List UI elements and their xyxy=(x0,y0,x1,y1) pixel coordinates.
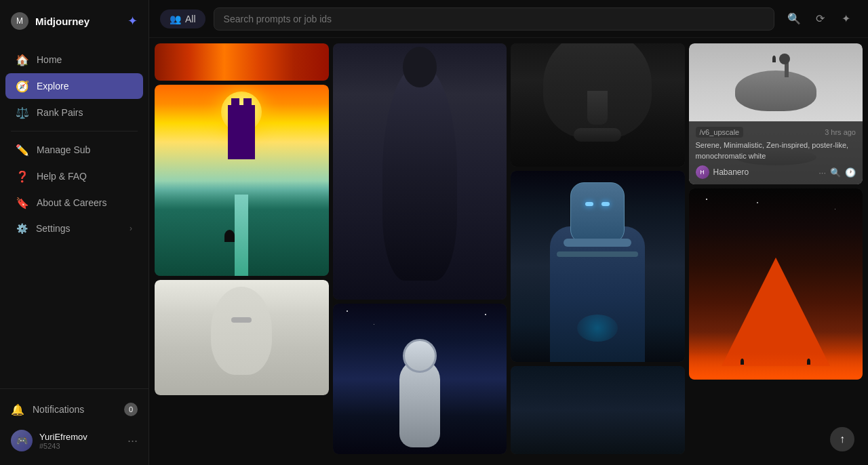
topbar: 👥 All 🔍 ⟳ ✦ xyxy=(149,0,868,38)
gallery-item-floating-island[interactable]: /v6_upscale 3 hrs ago Serene, Minimalist… xyxy=(689,43,863,184)
gallery-col-2 xyxy=(333,43,507,454)
avatar: 🎮 xyxy=(11,430,33,451)
sidebar-item-rank-pairs[interactable]: ⚖️ Rank Pairs xyxy=(5,100,143,125)
sidebar-item-help-faq[interactable]: ❓ Help & FAQ xyxy=(5,163,143,189)
sidebar-item-label-settings: Settings xyxy=(36,223,71,234)
main-content: 👥 All 🔍 ⟳ ✦ xyxy=(149,0,868,465)
sidebar-item-label-explore: Explore xyxy=(37,81,68,92)
notifications-badge: 0 xyxy=(124,403,138,416)
card-actions: ··· 🔍 🕐 xyxy=(818,167,856,178)
gallery-item-stone-face[interactable] xyxy=(511,43,685,167)
card-time: 3 hrs ago xyxy=(825,128,856,136)
sidebar-item-explore[interactable]: 🧭 Explore xyxy=(5,73,143,99)
gallery: /v6_upscale 3 hrs ago Serene, Minimalist… xyxy=(149,38,868,465)
gallery-grid: /v6_upscale 3 hrs ago Serene, Minimalist… xyxy=(155,43,863,454)
notifications-label: Notifications xyxy=(33,404,84,415)
card-bookmark-icon[interactable]: 🕐 xyxy=(845,167,856,178)
card-username: Habanero xyxy=(713,167,749,177)
refresh-button[interactable]: ⟳ xyxy=(808,7,831,31)
logo-sparkle-icon: ✦ xyxy=(127,14,138,28)
sidebar-item-label-home: Home xyxy=(37,54,62,65)
sidebar-item-about-careers[interactable]: 🔖 About & Careers xyxy=(5,190,143,216)
home-icon: 🏠 xyxy=(16,54,28,66)
sidebar-item-label-rank: Rank Pairs xyxy=(37,107,83,118)
sparkle-button[interactable]: ✦ xyxy=(834,7,857,31)
card-header: /v6_upscale 3 hrs ago xyxy=(696,127,856,138)
logo-icon: M xyxy=(11,12,28,30)
sidebar-item-manage-sub[interactable]: ✏️ Manage Sub xyxy=(5,137,143,163)
bell-icon: 🔔 xyxy=(11,403,24,416)
gallery-item-robe[interactable] xyxy=(333,43,507,300)
gallery-item-robot[interactable] xyxy=(511,171,685,362)
rank-icon: ⚖️ xyxy=(16,106,28,119)
sidebar-item-home[interactable]: 🏠 Home xyxy=(5,47,143,73)
user-id: #5243 xyxy=(39,442,121,450)
user-info: YuriEfremov #5243 xyxy=(39,432,121,450)
explore-icon: 🧭 xyxy=(16,80,28,92)
people-icon: 👥 xyxy=(170,14,181,24)
manage-icon: ✏️ xyxy=(16,144,28,156)
topbar-actions: 🔍 ⟳ ✦ xyxy=(783,7,857,31)
card-overlay: /v6_upscale 3 hrs ago Serene, Minimalist… xyxy=(689,121,863,184)
sidebar: M Midjourney ✦ 🏠 Home 🧭 Explore ⚖️ Rank … xyxy=(0,0,149,465)
more-icon[interactable]: ··· xyxy=(818,167,826,178)
user-more-icon[interactable]: ··· xyxy=(127,434,138,448)
gallery-item-castle[interactable] xyxy=(155,85,329,276)
about-icon: 🔖 xyxy=(16,197,28,209)
help-icon: ❓ xyxy=(16,170,28,182)
username: YuriEfremov xyxy=(39,432,121,442)
notifications-item[interactable]: 🔔 Notifications 0 xyxy=(5,396,143,423)
gallery-item-astronaut[interactable] xyxy=(333,304,507,454)
card-user-info: H Habanero xyxy=(696,165,749,179)
card-description: Serene, Minimalistic, Zen-inspired, post… xyxy=(696,140,856,161)
user-profile[interactable]: 🎮 YuriEfremov #5243 ··· xyxy=(5,423,143,458)
card-command: /v6_upscale xyxy=(696,127,744,138)
tab-all-label: All xyxy=(185,14,196,24)
search-input[interactable] xyxy=(214,7,774,31)
app-logo[interactable]: M Midjourney ✦ xyxy=(0,0,149,42)
search-button[interactable]: 🔍 xyxy=(783,7,806,31)
gallery-item-space-figure[interactable] xyxy=(511,366,685,454)
notif-left: 🔔 Notifications xyxy=(11,403,84,416)
gallery-item-top-strip[interactable] xyxy=(155,43,329,81)
chevron-right-icon: › xyxy=(130,224,132,233)
tab-all[interactable]: 👥 All xyxy=(160,9,205,28)
gallery-item-statue[interactable] xyxy=(155,280,329,395)
app-name: Midjourney xyxy=(35,16,90,27)
sidebar-item-settings[interactable]: ⚙️ Settings › xyxy=(5,216,143,241)
gallery-col-1 xyxy=(155,43,329,454)
nav-divider xyxy=(11,131,138,132)
avatar-icon: 🎮 xyxy=(16,435,28,446)
card-search-icon[interactable]: 🔍 xyxy=(830,167,841,178)
gallery-col-3 xyxy=(511,43,685,454)
card-avatar: H xyxy=(696,165,709,179)
sidebar-item-label-manage: Manage Sub xyxy=(37,144,90,155)
sidebar-bottom: 🔔 Notifications 0 🎮 YuriEfremov #5243 ··… xyxy=(0,388,149,465)
gallery-item-pyramid[interactable] xyxy=(689,188,863,380)
settings-icon: ⚙️ xyxy=(16,223,28,234)
card-user: H Habanero ··· 🔍 🕐 xyxy=(696,165,856,179)
scroll-up-button[interactable]: ↑ xyxy=(830,427,854,451)
gallery-col-4: /v6_upscale 3 hrs ago Serene, Minimalist… xyxy=(689,43,863,454)
sidebar-item-label-about: About & Careers xyxy=(37,197,107,208)
sidebar-item-label-help: Help & FAQ xyxy=(37,171,87,182)
settings-left: ⚙️ Settings xyxy=(16,223,71,234)
nav-menu: 🏠 Home 🧭 Explore ⚖️ Rank Pairs ✏️ Manage… xyxy=(0,42,149,388)
